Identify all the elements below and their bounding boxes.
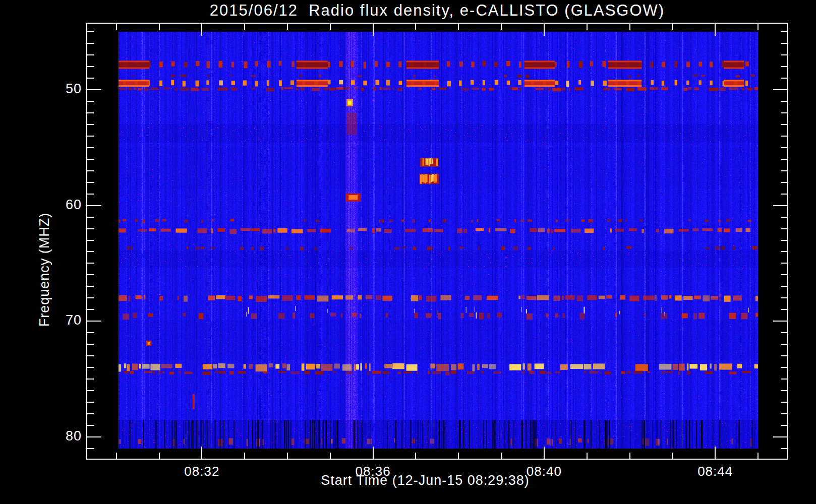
x-major-tick: [544, 447, 545, 459]
x-minor-tick: [287, 24, 288, 30]
y-minor-tick: [781, 402, 787, 403]
y-tick-label: 80: [41, 428, 82, 444]
y-minor-tick: [87, 147, 94, 148]
y-minor-tick: [781, 344, 787, 345]
x-minor-tick: [330, 24, 331, 30]
y-major-tick: [773, 321, 787, 322]
y-minor-tick: [87, 263, 94, 264]
y-minor-tick: [87, 286, 94, 287]
y-minor-tick: [87, 390, 94, 391]
y-major-tick: [773, 205, 787, 206]
x-minor-tick: [458, 453, 459, 459]
y-minor-tick: [87, 344, 94, 345]
y-minor-tick: [87, 124, 94, 125]
x-minor-tick: [757, 453, 759, 459]
y-minor-tick: [87, 297, 94, 298]
y-minor-tick: [781, 274, 787, 275]
x-minor-tick: [458, 24, 459, 30]
y-axis-label: Frequency (MHZ): [37, 213, 52, 327]
y-minor-tick: [781, 448, 787, 449]
y-minor-tick: [87, 182, 94, 183]
x-minor-tick: [501, 453, 502, 459]
y-minor-tick: [87, 43, 94, 44]
y-minor-tick: [781, 217, 787, 218]
y-minor-tick: [87, 78, 94, 79]
x-major-tick: [715, 447, 716, 459]
y-minor-tick: [87, 217, 94, 218]
x-minor-tick: [287, 453, 288, 459]
x-tick-label: 08:32: [184, 464, 219, 479]
x-minor-tick: [587, 24, 588, 30]
x-minor-tick: [330, 453, 331, 459]
y-minor-tick: [87, 413, 94, 414]
y-minor-tick: [781, 54, 787, 55]
x-minor-tick: [672, 24, 673, 30]
y-minor-tick: [781, 159, 787, 160]
y-minor-tick: [87, 228, 94, 229]
x-minor-tick: [672, 453, 673, 459]
x-major-tick: [201, 447, 202, 459]
y-minor-tick: [87, 66, 94, 67]
y-minor-tick: [87, 170, 94, 171]
y-minor-tick: [781, 194, 787, 195]
y-minor-tick: [87, 112, 94, 113]
x-tick-label: 08:40: [527, 464, 562, 479]
y-minor-tick: [87, 101, 94, 102]
y-minor-tick: [87, 355, 94, 356]
y-minor-tick: [781, 31, 787, 32]
y-minor-tick: [87, 251, 94, 252]
x-major-tick: [373, 447, 374, 459]
y-minor-tick: [781, 112, 787, 113]
y-minor-tick: [87, 159, 94, 160]
y-minor-tick: [87, 309, 94, 310]
y-minor-tick: [87, 136, 94, 137]
y-tick-label: 60: [41, 197, 82, 213]
y-minor-tick: [781, 78, 787, 79]
x-minor-tick: [415, 453, 416, 459]
y-minor-tick: [781, 355, 787, 356]
x-minor-tick: [159, 453, 160, 459]
y-minor-tick: [781, 147, 787, 148]
y-minor-tick: [781, 332, 787, 333]
x-minor-tick: [629, 24, 630, 30]
y-minor-tick: [781, 263, 787, 264]
plot-frame: [86, 23, 788, 460]
y-minor-tick: [87, 240, 94, 241]
y-major-tick: [87, 89, 101, 90]
y-minor-tick: [781, 286, 787, 287]
y-major-tick: [87, 436, 101, 437]
y-minor-tick: [781, 136, 787, 137]
y-major-tick: [773, 89, 787, 90]
x-minor-tick: [415, 24, 416, 30]
x-minor-tick: [159, 24, 160, 30]
y-minor-tick: [87, 31, 94, 32]
x-minor-tick: [244, 24, 245, 30]
y-minor-tick: [87, 425, 94, 426]
y-minor-tick: [87, 332, 94, 333]
x-minor-tick: [629, 453, 630, 459]
y-minor-tick: [87, 54, 94, 55]
y-minor-tick: [781, 228, 787, 229]
y-minor-tick: [781, 43, 787, 44]
y-minor-tick: [781, 240, 787, 241]
x-minor-tick: [244, 453, 245, 459]
x-minor-tick: [116, 453, 117, 459]
x-minor-tick: [501, 24, 502, 30]
y-minor-tick: [781, 390, 787, 391]
figure-title: 2015/06/12 Radio flux density, e-CALLIST…: [86, 2, 788, 20]
x-major-tick: [373, 24, 374, 36]
y-minor-tick: [87, 402, 94, 403]
x-minor-tick: [587, 453, 588, 459]
y-minor-tick: [781, 124, 787, 125]
y-minor-tick: [87, 194, 94, 195]
y-minor-tick: [781, 367, 787, 368]
y-minor-tick: [87, 448, 94, 449]
y-minor-tick: [781, 413, 787, 414]
y-major-tick: [87, 205, 101, 206]
y-minor-tick: [781, 425, 787, 426]
y-minor-tick: [87, 367, 94, 368]
y-minor-tick: [781, 297, 787, 298]
y-minor-tick: [87, 379, 94, 380]
x-tick-label: 08:44: [697, 464, 733, 479]
y-minor-tick: [87, 274, 94, 275]
